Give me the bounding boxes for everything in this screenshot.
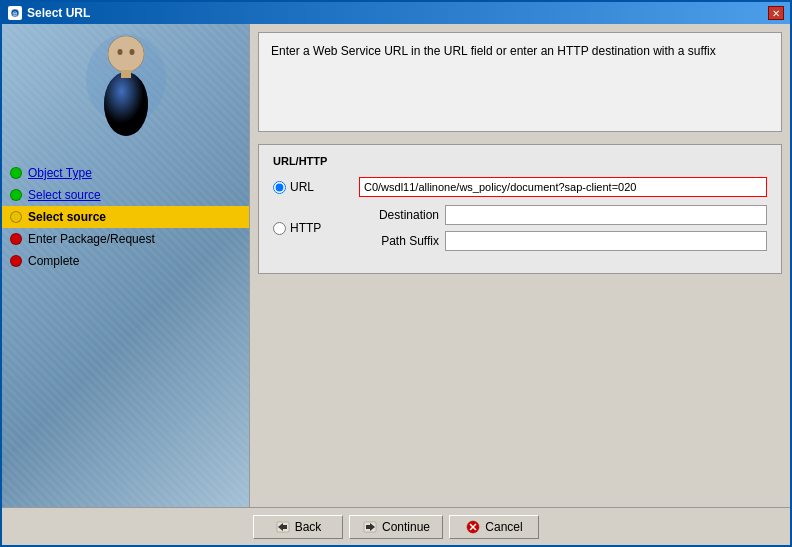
status-dot-red-1 — [10, 233, 22, 245]
http-radio-label[interactable]: HTTP — [273, 221, 353, 235]
window-icon: ⊕ — [8, 6, 22, 20]
svg-point-5 — [117, 49, 122, 55]
info-text: Enter a Web Service URL in the URL field… — [271, 44, 716, 58]
continue-button[interactable]: Continue — [349, 515, 443, 539]
path-suffix-label: Path Suffix — [359, 234, 439, 248]
sidebar-item-enter-package: Enter Package/Request — [2, 228, 249, 250]
back-label: Back — [295, 520, 322, 534]
info-area: Enter a Web Service URL in the URL field… — [258, 32, 782, 132]
decorative-figure — [81, 29, 171, 152]
form-area: URL/HTTP URL HTTP — [258, 144, 782, 499]
sidebar-label-object-type[interactable]: Object Type — [28, 166, 92, 180]
destination-row: Destination — [359, 205, 767, 225]
url-radio-label[interactable]: URL — [273, 180, 353, 194]
path-suffix-row: Path Suffix — [359, 231, 767, 251]
sidebar-item-select-source-active[interactable]: Select source — [2, 206, 249, 228]
svg-point-4 — [108, 36, 144, 72]
status-dot-green-2 — [10, 189, 22, 201]
svg-text:⊕: ⊕ — [12, 10, 18, 17]
back-button[interactable]: Back — [253, 515, 343, 539]
http-row: HTTP Destination Path Suffix — [273, 205, 767, 251]
url-http-group: URL/HTTP URL HTTP — [258, 144, 782, 274]
svg-rect-9 — [121, 70, 131, 78]
back-icon — [275, 519, 291, 535]
main-window: ⊕ Select URL ✕ — [0, 0, 792, 547]
right-panel: Enter a Web Service URL in the URL field… — [250, 24, 790, 507]
path-suffix-input[interactable] — [445, 231, 767, 251]
status-dot-green — [10, 167, 22, 179]
main-content: Object Type Select source Select source … — [2, 24, 790, 507]
svg-point-6 — [129, 49, 134, 55]
http-radio[interactable] — [273, 222, 286, 235]
sidebar-label-select-source-active: Select source — [28, 210, 106, 224]
destination-input[interactable] — [445, 205, 767, 225]
sidebar-item-complete: Complete — [2, 250, 249, 272]
nav-items: Object Type Select source Select source … — [2, 154, 249, 507]
svg-rect-12 — [283, 525, 287, 529]
title-bar: ⊕ Select URL ✕ — [2, 2, 790, 24]
status-dot-red-2 — [10, 255, 22, 267]
svg-point-8 — [104, 72, 148, 136]
cancel-label: Cancel — [485, 520, 522, 534]
cancel-button[interactable]: Cancel — [449, 515, 539, 539]
title-bar-left: ⊕ Select URL — [8, 6, 90, 20]
continue-label: Continue — [382, 520, 430, 534]
url-input[interactable] — [359, 177, 767, 197]
sidebar-label-complete: Complete — [28, 254, 79, 268]
destination-label: Destination — [359, 208, 439, 222]
cancel-icon — [465, 519, 481, 535]
footer: Back Continue Cancel — [2, 507, 790, 545]
http-label: HTTP — [290, 221, 321, 235]
sidebar-label-enter-package: Enter Package/Request — [28, 232, 155, 246]
sidebar-label-select-source-1[interactable]: Select source — [28, 188, 101, 202]
left-panel: Object Type Select source Select source … — [2, 24, 250, 507]
group-title: URL/HTTP — [273, 155, 767, 167]
window-title: Select URL — [27, 6, 90, 20]
sidebar-item-select-source-1[interactable]: Select source — [2, 184, 249, 206]
url-label: URL — [290, 180, 314, 194]
sidebar-item-object-type[interactable]: Object Type — [2, 162, 249, 184]
status-dot-yellow — [10, 211, 22, 223]
svg-rect-15 — [366, 525, 370, 529]
close-button[interactable]: ✕ — [768, 6, 784, 20]
continue-icon — [362, 519, 378, 535]
url-radio[interactable] — [273, 181, 286, 194]
url-row: URL — [273, 177, 767, 197]
